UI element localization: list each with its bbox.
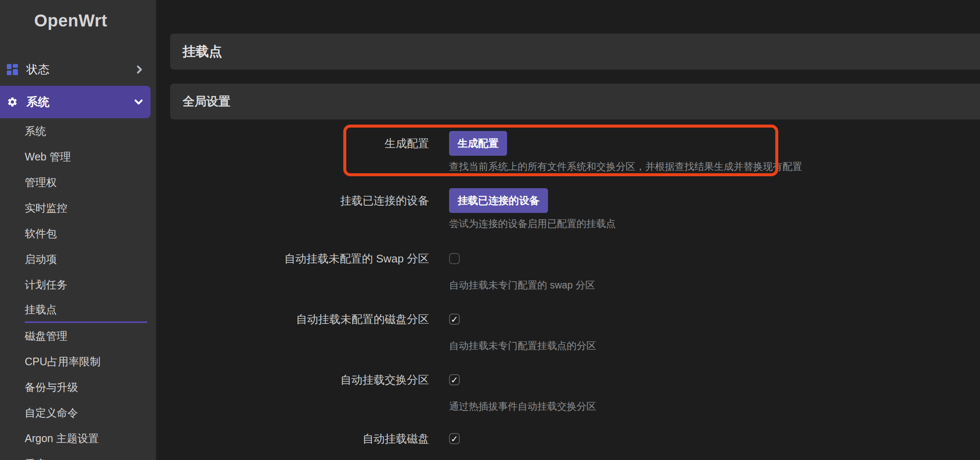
gear-icon [7, 96, 18, 108]
submenu-item-custom-commands[interactable]: 自定义命令 [25, 400, 147, 425]
form-row-automount-swap: 自动挂载交换分区 通过热插拔事件自动挂载交换分区 [170, 374, 980, 412]
system-submenu: 系统 Web 管理 管理权 实时监控 软件包 启动项 计划任务 挂载点 磁盘管理… [0, 118, 156, 460]
field-description: 通过热插拔事件自动挂载交换分区 [449, 401, 596, 412]
field-description: 查找当前系统上的所有文件系统和交换分区，并根据查找结果生成并替换现有配置 [449, 161, 802, 172]
openwrt-admin-page: OpenWrt 状态 [0, 0, 980, 460]
automount-unconfigured-swap-checkbox[interactable] [449, 253, 460, 264]
generate-config-button[interactable]: 生成配置 [449, 131, 507, 156]
chevron-down-icon [134, 98, 143, 106]
field-description: 自动挂载未专门配置挂载点的分区 [449, 340, 596, 351]
field-label: 自动挂载磁盘 [170, 433, 429, 460]
automount-disk-checkbox[interactable] [449, 433, 460, 444]
field-label: 自动挂载交换分区 [170, 374, 429, 412]
form-row-automount-swap-unconfigured: 自动挂载未配置的 Swap 分区 自动挂载未专门配置的 swap 分区 [170, 253, 980, 291]
field-label: 自动挂载未配置的磁盘分区 [170, 314, 429, 351]
sidebar-item-label: 系统 [26, 94, 49, 110]
sidebar-item-label: 状态 [26, 62, 49, 77]
openwrt-logo: OpenWrt [0, 0, 156, 53]
submenu-item-argon-theme[interactable]: Argon 主题设置 [25, 425, 147, 451]
page-title-card: 挂载点 [170, 34, 980, 70]
submenu-item-admin-rights[interactable]: 管理权 [25, 169, 147, 195]
field-label: 自动挂载未配置的 Swap 分区 [170, 253, 429, 291]
submenu-item-mount-points[interactable]: 挂载点 [25, 297, 147, 323]
sidebar-item-system[interactable]: 系统 [0, 86, 151, 118]
automount-swap-checkbox[interactable] [449, 374, 460, 385]
submenu-item-disk-management[interactable]: 磁盘管理 [25, 323, 147, 349]
sidebar-nav: 状态 系统 系统 Web 管理 管理权 [0, 53, 156, 460]
form-row-automount-disk-unconfigured: 自动挂载未配置的磁盘分区 自动挂载未专门配置挂载点的分区 [170, 314, 980, 351]
automount-unconfigured-partitions-checkbox[interactable] [449, 314, 460, 325]
grid-icon [7, 64, 18, 75]
sidebar: OpenWrt 状态 [0, 0, 156, 460]
submenu-item-reboot[interactable]: 重启 [25, 451, 147, 460]
submenu-item-scheduled-tasks[interactable]: 计划任务 [25, 272, 147, 297]
sidebar-item-status[interactable]: 状态 [0, 53, 156, 86]
submenu-item-cpu-limit[interactable]: CPU占用率限制 [25, 349, 147, 374]
field-label: 生成配置 [170, 131, 429, 172]
field-description: 自动挂载未专门配置的 swap 分区 [449, 279, 595, 291]
global-settings-form: 生成配置 生成配置 查找当前系统上的所有文件系统和交换分区，并根据查找结果生成并… [170, 131, 980, 460]
section-title: 全局设置 [183, 93, 230, 110]
mount-attached-devices-button[interactable]: 挂载已连接的设备 [449, 188, 548, 213]
page-title: 挂载点 [183, 43, 222, 61]
chevron-right-icon [136, 65, 143, 74]
main-content: 挂载点 全局设置 生成配置 生成配置 查找当前系统上的所有文件系统和交换分区，并… [156, 0, 980, 460]
section-title-card: 全局设置 [170, 84, 980, 119]
form-row-automount-disk: 自动挂载磁盘 [170, 433, 980, 460]
submenu-item-realtime-monitor[interactable]: 实时监控 [25, 195, 147, 221]
submenu-item-system[interactable]: 系统 [25, 118, 147, 144]
submenu-item-backup-upgrade[interactable]: 备份与升级 [25, 374, 147, 400]
submenu-item-packages[interactable]: 软件包 [25, 221, 147, 246]
field-label: 挂载已连接的设备 [170, 188, 429, 229]
form-row-generate-config: 生成配置 生成配置 查找当前系统上的所有文件系统和交换分区，并根据查找结果生成并… [170, 131, 980, 172]
form-row-mount-attached: 挂载已连接的设备 挂载已连接的设备 尝试为连接的设备启用已配置的挂载点 [170, 188, 980, 229]
submenu-item-web-admin[interactable]: Web 管理 [25, 144, 147, 169]
field-description: 尝试为连接的设备启用已配置的挂载点 [449, 218, 616, 229]
submenu-item-startup[interactable]: 启动项 [25, 246, 147, 272]
